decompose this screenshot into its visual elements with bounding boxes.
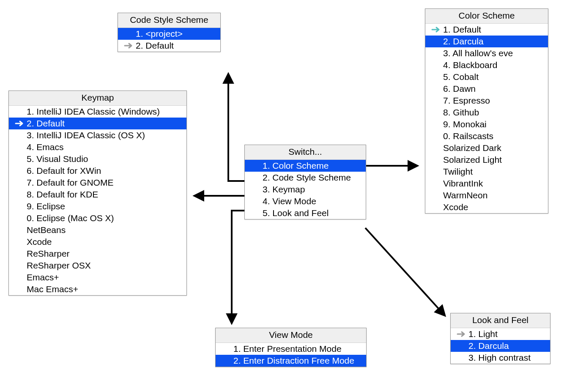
- view-item-distraction-free[interactable]: 2. Enter Distraction Free Mode: [216, 355, 366, 367]
- switch-popup: Switch... 1. Color Scheme 2. Code Style …: [244, 145, 366, 219]
- color-item-cobalt[interactable]: 5. Cobalt: [425, 71, 548, 83]
- switch-item-keymap[interactable]: 3. Keymap: [245, 184, 366, 195]
- keymap-item-visual-studio[interactable]: 5. Visual Studio: [9, 153, 186, 165]
- keymap-title: Keymap: [9, 91, 186, 106]
- code-style-item-project[interactable]: 1. <project>: [118, 28, 220, 40]
- view-mode-title: View Mode: [216, 328, 366, 343]
- keymap-item-intellij-win[interactable]: 1. IntelliJ IDEA Classic (Windows): [9, 106, 186, 118]
- look-feel-title: Look and Feel: [451, 313, 550, 328]
- look-and-feel-popup: Look and Feel 1. Light 2. Darcula 3. Hig…: [450, 313, 550, 364]
- svg-line-2: [365, 228, 445, 315]
- color-item-monokai[interactable]: 9. Monokai: [425, 118, 548, 130]
- current-arrow-icon: [121, 42, 136, 49]
- keymap-item-mac-emacs-plus[interactable]: Mac Emacs+: [9, 283, 186, 295]
- switch-title: Switch...: [245, 145, 366, 160]
- color-item-solarized-dark[interactable]: Solarized Dark: [425, 142, 548, 154]
- color-item-dawn[interactable]: 6. Dawn: [425, 83, 548, 95]
- color-item-darcula[interactable]: 2. Darcula: [425, 36, 548, 47]
- keymap-item-eclipse-mac[interactable]: 0. Eclipse (Mac OS X): [9, 212, 186, 224]
- keymap-item-eclipse[interactable]: 9. Eclipse: [9, 200, 186, 212]
- color-scheme-title: Color Scheme: [425, 9, 548, 24]
- switch-item-code-style[interactable]: 2. Code Style Scheme: [245, 172, 366, 184]
- color-item-vibrantink[interactable]: VibrantInk: [425, 178, 548, 189]
- keymap-item-xwin[interactable]: 6. Default for XWin: [9, 165, 186, 177]
- keymap-item-resharper[interactable]: ReSharper: [9, 248, 186, 260]
- color-item-all-hallows[interactable]: 3. All hallow's eve: [425, 47, 548, 59]
- keymap-popup: Keymap 1. IntelliJ IDEA Classic (Windows…: [8, 90, 187, 296]
- keymap-item-emacs-plus[interactable]: Emacs+: [9, 271, 186, 283]
- color-item-warmneon[interactable]: WarmNeon: [425, 189, 548, 201]
- keymap-item-intellij-osx[interactable]: 3. IntelliJ IDEA Classic (OS X): [9, 129, 186, 141]
- current-arrow-icon: [454, 331, 468, 337]
- color-item-blackboard[interactable]: 4. Blackboard: [425, 59, 548, 71]
- keymap-item-emacs[interactable]: 4. Emacs: [9, 141, 186, 153]
- view-mode-popup: View Mode 1. Enter Presentation Mode 2. …: [215, 328, 367, 367]
- color-item-default[interactable]: 1. Default: [425, 24, 548, 36]
- keymap-item-gnome[interactable]: 7. Default for GNOME: [9, 177, 186, 189]
- switch-item-look-and-feel[interactable]: 5. Look and Feel: [245, 207, 366, 219]
- look-item-light[interactable]: 1. Light: [451, 328, 550, 340]
- color-item-railscasts[interactable]: 0. Railscasts: [425, 130, 548, 142]
- keymap-item-xcode[interactable]: Xcode: [9, 236, 186, 248]
- look-item-high-contrast[interactable]: 3. High contrast: [451, 352, 550, 364]
- switch-item-view-mode[interactable]: 4. View Mode: [245, 195, 366, 207]
- color-item-xcode[interactable]: Xcode: [425, 201, 548, 213]
- color-item-espresso[interactable]: 7. Espresso: [425, 95, 548, 107]
- color-item-github[interactable]: 8. Github: [425, 107, 548, 118]
- switch-item-color-scheme[interactable]: 1. Color Scheme: [245, 160, 366, 172]
- code-style-title: Code Style Scheme: [118, 13, 220, 28]
- look-item-darcula[interactable]: 2. Darcula: [451, 340, 550, 352]
- view-item-presentation[interactable]: 1. Enter Presentation Mode: [216, 343, 366, 355]
- code-style-item-default[interactable]: 2. Default: [118, 40, 220, 52]
- keymap-item-default[interactable]: 2. Default: [9, 118, 186, 129]
- keymap-item-resharper-osx[interactable]: ReSharper OSX: [9, 260, 186, 271]
- current-arrow-icon: [429, 26, 443, 33]
- keymap-item-netbeans[interactable]: NetBeans: [9, 224, 186, 236]
- color-scheme-popup: Color Scheme 1. Default 2. Darcula 3. Al…: [425, 8, 548, 214]
- keymap-item-kde[interactable]: 8. Default for KDE: [9, 189, 186, 200]
- current-arrow-icon: [12, 120, 27, 127]
- color-item-twilight[interactable]: Twilight: [425, 166, 548, 178]
- code-style-popup: Code Style Scheme 1. <project> 2. Defaul…: [118, 13, 221, 52]
- color-item-solarized-light[interactable]: Solarized Light: [425, 154, 548, 166]
